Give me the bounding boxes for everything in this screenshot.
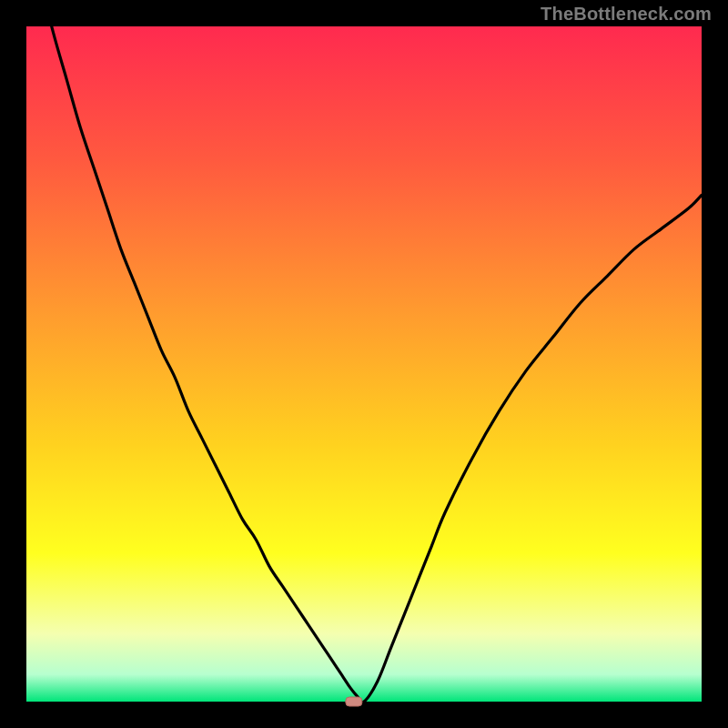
watermark-text: TheBottleneck.com	[541, 4, 712, 25]
chart-stage: TheBottleneck.com	[0, 0, 728, 728]
chart-svg	[0, 0, 728, 728]
plot-background	[26, 26, 702, 702]
min-marker	[346, 697, 362, 706]
